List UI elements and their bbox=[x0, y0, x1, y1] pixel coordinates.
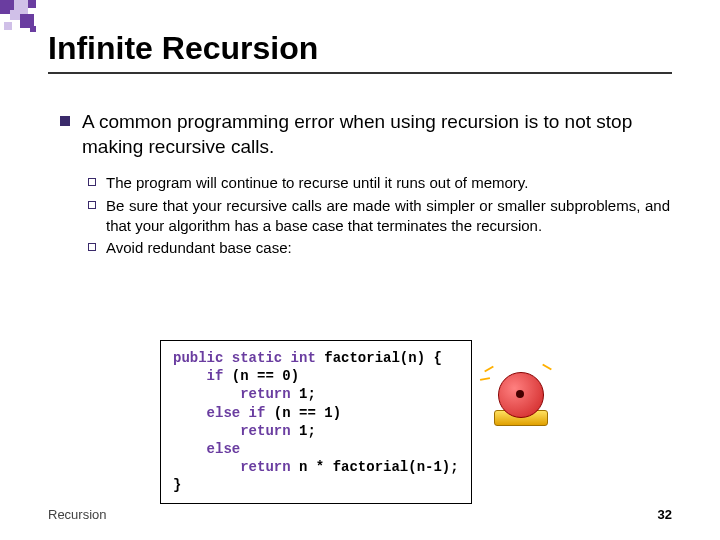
sub-bullet-list: The program will continue to recurse unt… bbox=[88, 173, 670, 258]
code-area: public static int factorial(n) { if (n =… bbox=[160, 340, 556, 504]
code-text: (n == 0) bbox=[223, 368, 299, 384]
code-keyword: return bbox=[240, 423, 290, 439]
sub-bullet-text: The program will continue to recurse unt… bbox=[106, 173, 528, 193]
hollow-square-bullet-icon bbox=[88, 243, 96, 251]
code-text: factorial(n) { bbox=[316, 350, 442, 366]
code-keyword: if bbox=[207, 368, 224, 384]
code-text: (n == 1) bbox=[265, 405, 341, 421]
code-keyword: else if bbox=[207, 405, 266, 421]
hollow-square-bullet-icon bbox=[88, 201, 96, 209]
code-text: } bbox=[173, 477, 181, 493]
main-bullet-row: A common programming error when using re… bbox=[60, 110, 670, 159]
code-block: public static int factorial(n) { if (n =… bbox=[160, 340, 472, 504]
sub-bullet-text: Be sure that your recursive calls are ma… bbox=[106, 196, 670, 237]
alarm-bell-icon bbox=[486, 360, 556, 440]
sub-bullet-row: The program will continue to recurse unt… bbox=[88, 173, 670, 193]
sub-bullet-row: Be sure that your recursive calls are ma… bbox=[88, 196, 670, 237]
code-keyword: public static int bbox=[173, 350, 316, 366]
hollow-square-bullet-icon bbox=[88, 178, 96, 186]
code-text: 1; bbox=[291, 423, 316, 439]
code-text: n * factorial(n-1); bbox=[291, 459, 459, 475]
footer-topic: Recursion bbox=[48, 507, 107, 522]
main-bullet-text: A common programming error when using re… bbox=[82, 110, 670, 159]
sub-bullet-text: Avoid redundant base case: bbox=[106, 238, 292, 258]
code-keyword: return bbox=[240, 386, 290, 402]
code-keyword: else bbox=[207, 441, 241, 457]
sub-bullet-row: Avoid redundant base case: bbox=[88, 238, 670, 258]
slide-number: 32 bbox=[658, 507, 672, 522]
square-bullet-icon bbox=[60, 116, 70, 126]
slide-title: Infinite Recursion bbox=[48, 30, 318, 67]
code-keyword: return bbox=[240, 459, 290, 475]
slide-body: A common programming error when using re… bbox=[60, 110, 670, 260]
code-text: 1; bbox=[291, 386, 316, 402]
title-divider bbox=[48, 72, 672, 74]
